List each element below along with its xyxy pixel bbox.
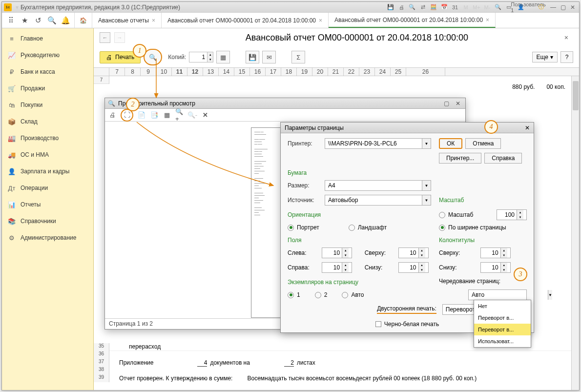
minimize-icon[interactable]: — [549, 3, 558, 11]
scale-input[interactable] [497, 210, 517, 220]
zoom-in-icon[interactable]: 🔍+ [175, 111, 184, 120]
source-input[interactable] [325, 195, 422, 205]
date-icon[interactable]: 31 [451, 3, 459, 11]
compare-icon[interactable]: ⇄ [419, 3, 427, 11]
sidebar-item-manager[interactable]: 📈Руководителю [2, 47, 93, 63]
sidebar-item-operations[interactable]: ДтОперации [2, 180, 93, 196]
down-icon[interactable]: ▼ [207, 57, 213, 62]
m-icon[interactable]: M [462, 3, 470, 11]
sidebar-item-reports[interactable]: 📊Отчеты [2, 196, 93, 213]
maximize-icon[interactable]: ▢ [442, 100, 451, 107]
alternation-select[interactable]: ▼ [468, 289, 527, 300]
ok-button[interactable]: ОК [439, 138, 462, 149]
printer-settings-button[interactable]: Принтер... [439, 153, 481, 164]
copies-input[interactable] [189, 52, 207, 62]
size-input[interactable] [325, 181, 422, 190]
chevron-down-icon[interactable]: ▼ [548, 290, 552, 300]
printer-select[interactable]: ▼ [325, 138, 431, 149]
scale-radio[interactable]: Масштаб [439, 211, 473, 218]
sidebar-item-hr[interactable]: 👤Зарплата и кадры [2, 163, 93, 180]
help-button[interactable]: Справка [484, 153, 522, 164]
apps-icon[interactable]: ⠿ [4, 14, 18, 27]
dropdown-option[interactable]: Переворот в... [474, 312, 531, 324]
chevron-down-icon[interactable]: ▼ [422, 181, 431, 190]
sidebar-item-catalogs[interactable]: 📚Справочники [2, 213, 93, 229]
layout-button[interactable]: ▦ [216, 51, 230, 63]
sidebar-item-admin[interactable]: ⚙Администрирование [2, 229, 93, 246]
user-label[interactable]: 👤 Пользователь 1 [516, 3, 534, 11]
tab-close-icon[interactable]: × [319, 17, 322, 24]
zoom-out-icon[interactable]: 🔍- [188, 111, 197, 120]
down-icon[interactable]: ▼ [517, 215, 523, 220]
size-select[interactable]: ▼ [325, 180, 431, 191]
source-select[interactable]: ▼ [325, 195, 431, 206]
margin-bottom-stepper[interactable]: ▲▼ [398, 262, 429, 273]
up-icon[interactable]: ▲ [517, 210, 523, 215]
footer-top-stepper[interactable]: ▲▼ [480, 248, 511, 258]
maximize-icon[interactable]: ▢ [559, 3, 567, 11]
landscape-radio[interactable]: Ландшафт [349, 224, 387, 231]
save-icon[interactable]: 💾 [387, 3, 394, 11]
sidebar-item-production[interactable]: 🏭Производство [2, 130, 93, 146]
calendar-icon[interactable]: 📅 [440, 3, 448, 11]
close-icon[interactable]: ✕ [525, 124, 530, 131]
tab-report-2[interactable]: Авансовый отчет ОМ00-000001 от 20.04.201… [329, 13, 496, 28]
bell-icon[interactable]: 🔔 [59, 14, 72, 27]
fit-width-radio[interactable]: По ширине страницы [439, 224, 527, 231]
calc-icon[interactable]: 🧮 [430, 3, 437, 11]
tab-close-icon[interactable]: × [152, 17, 155, 24]
copies-auto-radio[interactable]: Авто [342, 291, 364, 298]
pages-icon[interactable]: 📑 [150, 111, 159, 120]
tab-home[interactable]: 🏠 [75, 13, 92, 28]
star-icon[interactable]: ★ [18, 14, 31, 27]
portrait-radio[interactable]: Портрет [288, 224, 319, 231]
close-preview-icon[interactable]: ✕ [201, 111, 209, 120]
printer-input[interactable] [325, 139, 422, 148]
tab-report-1[interactable]: Авансовый отчет ОМ00-000001 от 20.04.201… [162, 13, 329, 28]
print-icon[interactable]: 🖨 [397, 3, 405, 11]
dropdown-option[interactable]: Использоват... [474, 335, 531, 347]
margin-right-stepper[interactable]: ▲▼ [322, 262, 352, 273]
scrollbar-vertical[interactable] [571, 76, 579, 390]
zoom-icon[interactable]: 🔍 [494, 3, 502, 11]
bw-checkbox[interactable]: Черно-белая печать [375, 321, 439, 328]
scale-stepper[interactable]: ▲▼ [497, 209, 527, 220]
preview-button[interactable]: 🔍 [144, 49, 162, 65]
history-icon[interactable]: ↺ [31, 14, 45, 27]
close-icon[interactable]: ✕ [454, 100, 462, 107]
search-icon[interactable]: 🔍 [45, 14, 59, 27]
preview-icon[interactable]: 🔍 [408, 3, 416, 11]
page-icon[interactable]: 📄 [137, 111, 146, 120]
copies-stepper[interactable]: ▲▼ [189, 52, 213, 62]
doc-close-icon[interactable]: × [560, 34, 573, 41]
copies-1-radio[interactable]: 1 [288, 291, 300, 298]
sidebar-item-assets[interactable]: 🚚ОС и НМА [2, 146, 93, 163]
chevron-down-icon[interactable]: ▼ [422, 195, 431, 205]
footer-bottom-stepper[interactable]: ▲▼ [480, 262, 511, 273]
print-icon[interactable]: 🖨 [108, 111, 117, 120]
m-plus-icon[interactable]: M+ [473, 3, 480, 11]
info-icon[interactable]: ⓘ [537, 3, 545, 11]
sum-button[interactable]: Σ [291, 51, 305, 63]
dropdown-option[interactable]: Переворот в... [474, 324, 531, 335]
margin-left-stepper[interactable]: ▲▼ [322, 248, 352, 258]
nav-forward-button[interactable]: → [114, 32, 125, 43]
copies-2-radio[interactable]: 2 [315, 291, 328, 298]
sidebar-item-warehouse[interactable]: 📦Склад [2, 113, 93, 130]
email-button[interactable]: ✉ [262, 51, 276, 63]
tab-reports-list[interactable]: Авансовые отчеты × [92, 13, 162, 28]
nav-back-button[interactable]: ← [100, 32, 110, 43]
margin-top-stepper[interactable]: ▲▼ [398, 248, 429, 258]
grid-icon[interactable]: ▦ [163, 111, 171, 120]
sidebar-item-sales[interactable]: 🛒Продажи [2, 80, 93, 97]
tab-close-icon[interactable]: × [486, 17, 489, 23]
dropdown-option[interactable]: Нет [474, 300, 531, 312]
save-button[interactable]: 💾 [246, 51, 259, 63]
chevron-down-icon[interactable]: ▼ [422, 139, 431, 148]
up-icon[interactable]: ▲ [207, 52, 213, 57]
cancel-button[interactable]: Отмена [465, 138, 501, 149]
sidebar-item-purchases[interactable]: 🛍Покупки [2, 97, 93, 113]
more-button[interactable]: Еще ▾ [532, 52, 558, 62]
close-icon[interactable]: ✕ [568, 3, 577, 11]
sidebar-item-bank[interactable]: ₽Банк и касса [2, 63, 93, 80]
